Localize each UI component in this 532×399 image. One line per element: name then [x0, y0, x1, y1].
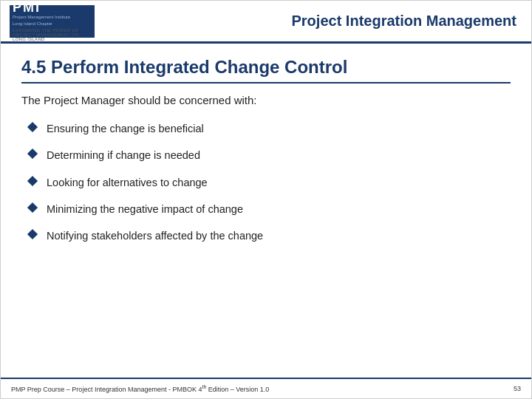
footer-page: 53 — [514, 385, 521, 392]
list-item: Minimizing the negative impact of change — [29, 202, 511, 216]
bullet-text-5: Notifying stakeholders affected by the c… — [47, 228, 263, 243]
list-item: Ensuring the change is beneficial — [29, 121, 511, 136]
logo-line2: Long Island Chapter — [13, 21, 52, 27]
bullet-icon — [27, 122, 38, 132]
bullet-text-2: Determining if change is needed — [47, 148, 200, 163]
list-item: Notifying stakeholders affected by the c… — [29, 228, 511, 243]
logo-area: PMI Project Management Institute Long Is… — [10, 5, 157, 38]
header-title: Project Integration Management — [157, 13, 522, 30]
footer: PMP Prep Course – Project Integration Ma… — [1, 378, 531, 398]
bullet-text-4: Minimizing the negative impact of change — [47, 202, 243, 216]
bullet-icon — [27, 149, 38, 159]
section-title: 4.5 Perform Integrated Change Control — [21, 57, 511, 83]
bullet-icon — [27, 176, 38, 186]
logo-line1: Project Management Institute — [13, 15, 70, 21]
bullet-text-3: Looking for alternatives to change — [47, 175, 208, 190]
logo-pmi-text: PMI — [13, 1, 41, 14]
slide: PMI Project Management Institute Long Is… — [0, 0, 532, 399]
logo-box: PMI Project Management Institute Long Is… — [10, 5, 95, 38]
section-subtitle: The Project Manager should be concerned … — [21, 94, 511, 106]
footer-text: PMP Prep Course – Project Integration Ma… — [11, 384, 269, 393]
header: PMI Project Management Institute Long Is… — [1, 1, 531, 44]
list-item: Looking for alternatives to change — [29, 175, 511, 190]
bullet-icon — [27, 229, 38, 239]
logo-tagline: Expanding the Power of Project Managemen… — [13, 28, 92, 41]
bullet-text-1: Ensuring the change is beneficial — [47, 121, 204, 136]
list-item: Determining if change is needed — [29, 148, 511, 163]
main-content: 4.5 Perform Integrated Change Control Th… — [1, 44, 531, 378]
bullet-list: Ensuring the change is beneficial Determ… — [21, 121, 511, 243]
bullet-icon — [27, 202, 38, 213]
